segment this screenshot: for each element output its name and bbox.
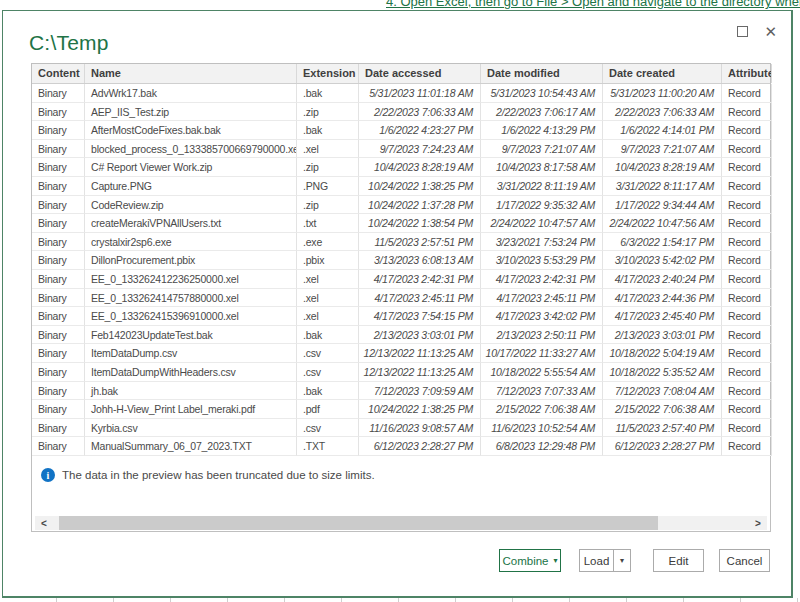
table-cell: 2/24/2022 10:47:56 AM [603, 214, 722, 233]
column-header-date-created: Date created [603, 64, 722, 83]
table-cell: 1/6/2022 4:23:27 PM [359, 121, 481, 140]
table-cell: Record [722, 307, 772, 326]
truncation-message: The data in the preview has been truncat… [62, 469, 375, 481]
table-row: BinaryC# Report Viewer Work.zip.zip10/4/… [32, 158, 770, 177]
horizontal-scrollbar[interactable]: < > [35, 516, 767, 530]
table-row: Binaryjh.bak.bak7/12/2023 7:09:59 AM7/12… [32, 382, 770, 401]
table-cell: Record [722, 289, 772, 308]
table-cell: Record [722, 363, 772, 382]
scroll-left-icon[interactable]: < [35, 516, 53, 530]
table-cell: 2/24/2022 10:47:57 AM [481, 214, 603, 233]
load-dropdown-icon[interactable]: ▾ [614, 556, 630, 565]
table-cell: Record [722, 400, 772, 419]
combine-button[interactable]: Combine ▾ [499, 549, 561, 572]
table-cell: .pdf [297, 400, 359, 419]
table-cell: .bak [297, 326, 359, 345]
cancel-button[interactable]: Cancel [719, 549, 770, 572]
column-header-name: Name [85, 64, 297, 83]
table-cell: Record [722, 382, 772, 401]
table-cell: Binary [32, 419, 85, 438]
table-cell: ItemDataDump.csv [85, 344, 297, 363]
table-cell: EE_0_133262415396910000.xel [85, 307, 297, 326]
table-cell: 4/17/2023 2:45:11 PM [481, 289, 603, 308]
table-cell: 10/24/2022 1:38:54 PM [359, 214, 481, 233]
table-cell: Record [722, 177, 772, 196]
dialog-actions: Combine ▾ Load ▾ Edit Cancel [499, 549, 770, 572]
table-cell: Record [722, 103, 772, 122]
edit-button[interactable]: Edit [653, 549, 704, 572]
table-row: BinaryItemDataDump.csv.csv12/13/2022 11:… [32, 344, 770, 363]
maximize-icon[interactable] [737, 26, 748, 37]
table-row: BinaryAEP_IIS_Test.zip.zip2/22/2023 7:06… [32, 103, 770, 122]
table-cell: 4/17/2023 2:45:40 PM [603, 307, 722, 326]
table-cell: Binary [32, 307, 85, 326]
table-cell: 3/13/2023 6:08:13 AM [359, 251, 481, 270]
table-cell: 12/13/2022 11:13:25 AM [359, 363, 481, 382]
file-preview-panel: ContentNameExtensionDate accessedDate mo… [31, 63, 771, 532]
table-cell: Record [722, 196, 772, 215]
table-cell: 10/18/2022 5:35:52 AM [603, 363, 722, 382]
table-cell: 10/4/2023 8:28:19 AM [603, 158, 722, 177]
info-icon: i [41, 468, 55, 482]
table-cell: .zip [297, 103, 359, 122]
table-cell: Binary [32, 158, 85, 177]
table-row: BinaryCodeReview.zip.zip10/24/2022 1:37:… [32, 196, 770, 215]
table-cell: createMerakiVPNAllUsers.txt [85, 214, 297, 233]
scrollbar-track[interactable] [53, 516, 749, 530]
table-cell: Binary [32, 121, 85, 140]
table-cell: 11/16/2023 9:08:57 AM [359, 419, 481, 438]
table-cell: .zip [297, 196, 359, 215]
table-cell: 10/24/2022 1:37:28 PM [359, 196, 481, 215]
table-cell: 6/3/2022 1:54:17 PM [603, 233, 722, 252]
table-cell: 1/17/2022 9:35:32 AM [481, 196, 603, 215]
table-cell: 2/22/2023 7:06:17 AM [481, 103, 603, 122]
table-cell: 10/18/2022 5:55:54 AM [481, 363, 603, 382]
scrollbar-thumb[interactable] [59, 516, 658, 530]
table-cell: 9/7/2023 7:24:23 AM [359, 140, 481, 159]
table-cell: .PNG [297, 177, 359, 196]
table-cell: Record [722, 251, 772, 270]
table-cell: Binary [32, 289, 85, 308]
table-cell: Binary [32, 382, 85, 401]
table-cell: 4/17/2023 2:45:11 PM [359, 289, 481, 308]
table-cell: 7/12/2023 7:09:59 AM [359, 382, 481, 401]
column-header-content: Content [32, 64, 85, 83]
load-split-button[interactable]: Load ▾ [579, 549, 631, 572]
table-cell: .txt [297, 214, 359, 233]
table-cell: 10/4/2023 8:17:58 AM [481, 158, 603, 177]
table-cell: 4/17/2023 2:40:24 PM [603, 270, 722, 289]
table-cell: Record [722, 121, 772, 140]
table-cell: 1/17/2022 9:34:44 AM [603, 196, 722, 215]
table-cell: blocked_process_0_133385700669790000.xel [85, 140, 297, 159]
load-button-label[interactable]: Load [580, 555, 613, 567]
table-cell: 1/6/2022 4:14:01 PM [603, 121, 722, 140]
table-cell: AfterMostCodeFixes.bak.bak [85, 121, 297, 140]
column-header-date-modified: Date modified [481, 64, 603, 83]
table-row: BinaryCapture.PNG.PNG10/24/2022 1:38:25 … [32, 177, 770, 196]
chevron-down-icon: ▾ [554, 557, 558, 565]
table-cell: 7/12/2023 7:08:04 AM [603, 382, 722, 401]
table-cell: 7/12/2023 7:07:33 AM [481, 382, 603, 401]
combine-button-label: Combine [502, 555, 548, 567]
table-cell: 10/18/2022 5:04:19 AM [603, 344, 722, 363]
table-cell: Binary [32, 400, 85, 419]
table-cell: .bak [297, 121, 359, 140]
table-cell: EE_0_133262412236250000.xel [85, 270, 297, 289]
table-cell: Capture.PNG [85, 177, 297, 196]
table-cell: Binary [32, 84, 85, 103]
table-cell: 10/24/2022 1:38:25 PM [359, 177, 481, 196]
table-cell: .xel [297, 289, 359, 308]
table-cell: 3/10/2023 5:42:02 PM [603, 251, 722, 270]
table-cell: ManualSummary_06_07_2023.TXT [85, 437, 297, 456]
table-cell: Binary [32, 233, 85, 252]
table-cell: 10/17/2022 11:33:27 AM [481, 344, 603, 363]
scroll-right-icon[interactable]: > [749, 516, 767, 530]
close-icon[interactable]: ✕ [764, 24, 777, 39]
table-cell: Binary [32, 437, 85, 456]
table-cell: Kyrbia.csv [85, 419, 297, 438]
table-cell: 6/12/2023 2:28:27 PM [603, 437, 722, 456]
table-cell: Record [722, 270, 772, 289]
table-cell: 3/23/2021 7:53:24 PM [481, 233, 603, 252]
table-cell: Binary [32, 196, 85, 215]
table-cell: .bak [297, 84, 359, 103]
